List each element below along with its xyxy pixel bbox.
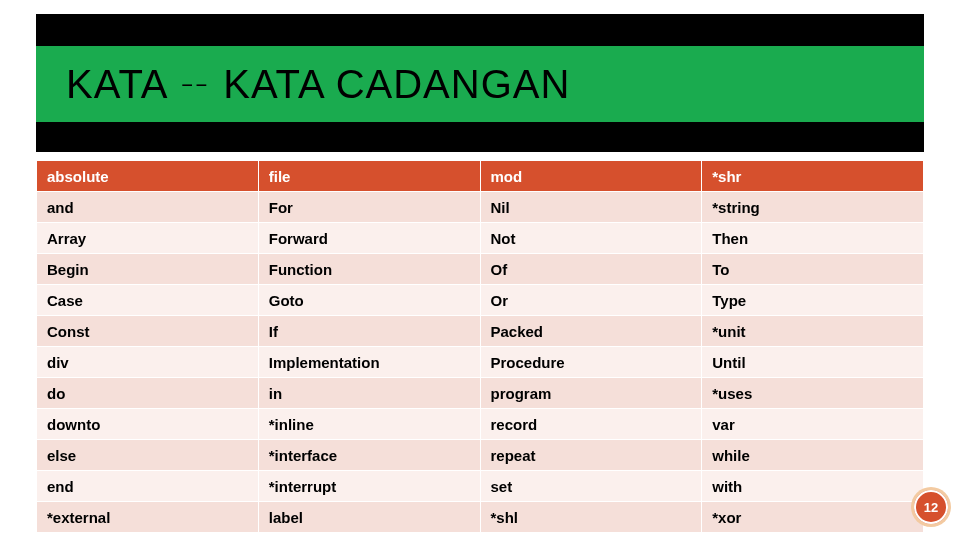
table-cell: *shl: [480, 502, 702, 533]
title-part-2: KATA CADANGAN: [223, 62, 570, 106]
table-cell: Then: [702, 223, 924, 254]
table-cell: while: [702, 440, 924, 471]
table-cell: Forward: [258, 223, 480, 254]
table-cell: Begin: [37, 254, 259, 285]
title-dash: --: [180, 73, 209, 96]
table-body: and For Nil *string Array Forward Not Th…: [37, 192, 924, 533]
table-cell: repeat: [480, 440, 702, 471]
table-header-cell: *shr: [702, 161, 924, 192]
table-cell: do: [37, 378, 259, 409]
table-row: Array Forward Not Then: [37, 223, 924, 254]
title-banner: KATA -- KATA CADANGAN: [36, 14, 924, 152]
table-cell: Procedure: [480, 347, 702, 378]
table-cell: set: [480, 471, 702, 502]
table-row: *external label *shl *xor: [37, 502, 924, 533]
table-header-cell: absolute: [37, 161, 259, 192]
table-cell: Or: [480, 285, 702, 316]
table-cell: in: [258, 378, 480, 409]
title-part-1: KATA: [66, 62, 166, 106]
table-header-cell: mod: [480, 161, 702, 192]
table-cell: Case: [37, 285, 259, 316]
table-cell: Until: [702, 347, 924, 378]
slide-title: KATA -- KATA CADANGAN: [66, 62, 570, 107]
table-cell: with: [702, 471, 924, 502]
table-row: Begin Function Of To: [37, 254, 924, 285]
table-cell: Function: [258, 254, 480, 285]
table-cell: *uses: [702, 378, 924, 409]
page-number: 12: [924, 500, 938, 515]
table-cell: Goto: [258, 285, 480, 316]
table-row: div Implementation Procedure Until: [37, 347, 924, 378]
keywords-table: absolute file mod *shr and For Nil *stri…: [36, 160, 924, 533]
page-number-badge: 12: [914, 490, 948, 524]
table-cell: *unit: [702, 316, 924, 347]
table-cell: Packed: [480, 316, 702, 347]
table-cell: end: [37, 471, 259, 502]
table-row: downto *inline record var: [37, 409, 924, 440]
table-cell: label: [258, 502, 480, 533]
table-cell: *external: [37, 502, 259, 533]
table-cell: *interrupt: [258, 471, 480, 502]
table-cell: To: [702, 254, 924, 285]
table-cell: Of: [480, 254, 702, 285]
table-row: do in program *uses: [37, 378, 924, 409]
title-band: KATA -- KATA CADANGAN: [36, 46, 924, 122]
table-cell: If: [258, 316, 480, 347]
table-cell: Implementation: [258, 347, 480, 378]
table-header-row: absolute file mod *shr: [37, 161, 924, 192]
table-row: and For Nil *string: [37, 192, 924, 223]
table-cell: Type: [702, 285, 924, 316]
table-cell: *interface: [258, 440, 480, 471]
table-cell: *xor: [702, 502, 924, 533]
table-cell: *string: [702, 192, 924, 223]
table-cell: else: [37, 440, 259, 471]
table-row: end *interrupt set with: [37, 471, 924, 502]
table-header-cell: file: [258, 161, 480, 192]
table-cell: div: [37, 347, 259, 378]
table-cell: downto: [37, 409, 259, 440]
table-cell: record: [480, 409, 702, 440]
table-row: Const If Packed *unit: [37, 316, 924, 347]
table-cell: Const: [37, 316, 259, 347]
table-cell: var: [702, 409, 924, 440]
table-cell: *inline: [258, 409, 480, 440]
table-cell: and: [37, 192, 259, 223]
table-row: else *interface repeat while: [37, 440, 924, 471]
table-cell: Nil: [480, 192, 702, 223]
table-cell: program: [480, 378, 702, 409]
table-cell: Array: [37, 223, 259, 254]
table-row: Case Goto Or Type: [37, 285, 924, 316]
table-cell: Not: [480, 223, 702, 254]
table-cell: For: [258, 192, 480, 223]
